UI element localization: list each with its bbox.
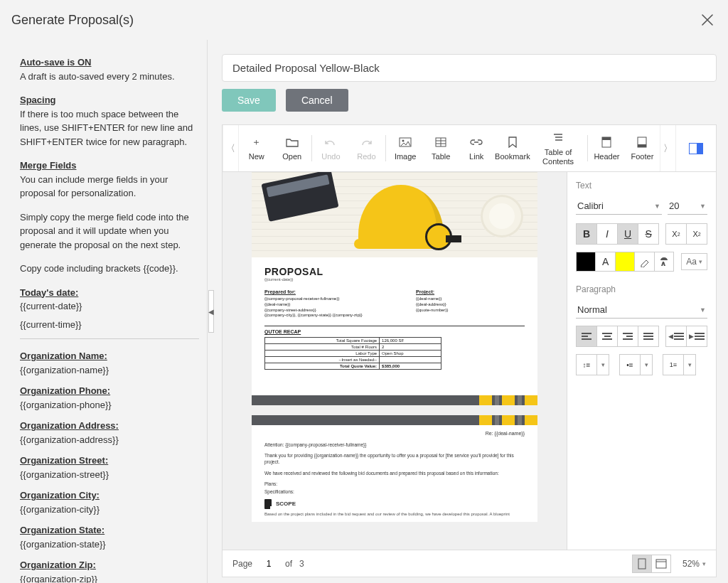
bold-button[interactable]: B xyxy=(576,223,597,245)
mf-label: Organization Street: xyxy=(20,454,199,468)
mf-label: Organization State: xyxy=(20,523,199,537)
mf-label: Organization Phone: xyxy=(20,384,199,398)
svg-rect-6 xyxy=(638,144,646,147)
collapse-sidebar-handle[interactable]: ◀ xyxy=(208,290,214,333)
svg-rect-7 xyxy=(638,559,646,569)
line-spacing-menu[interactable]: ▾ xyxy=(596,354,609,375)
toolbar-footer[interactable]: Footer xyxy=(624,125,660,171)
header-image xyxy=(252,172,537,257)
paragraph-section-title: Paragraph xyxy=(576,284,707,294)
image-icon xyxy=(399,135,412,149)
page-of: of xyxy=(285,559,292,569)
highlight-color-button[interactable] xyxy=(615,252,635,272)
help-sidebar: Auto-save is ON A draft is auto-saved ev… xyxy=(0,40,208,583)
align-center-button[interactable] xyxy=(596,326,618,347)
footer-icon xyxy=(637,135,647,149)
toolbar-link[interactable]: Link xyxy=(459,125,494,171)
italic-button[interactable]: I xyxy=(596,223,618,245)
inspector-panel: Text Calibri▼ 20▼ B I U S xyxy=(567,172,716,550)
folder-icon xyxy=(286,135,299,149)
toolbar-new[interactable]: ＋ New xyxy=(239,125,274,171)
superscript-button[interactable]: X2 xyxy=(665,223,687,245)
undo-icon xyxy=(324,135,337,149)
save-button[interactable]: Save xyxy=(222,89,276,112)
mf-code: {{organization-phone}} xyxy=(20,398,199,412)
toolbar-scroll-right[interactable]: 〉 xyxy=(660,125,676,171)
decrease-indent-button[interactable]: ◀ xyxy=(665,326,687,347)
toolbar-redo[interactable]: Redo xyxy=(348,125,384,171)
text-section-title: Text xyxy=(576,181,707,191)
numbered-list-button[interactable]: 1≡ xyxy=(663,354,684,375)
page-total: 3 xyxy=(299,559,304,569)
mergefields-text-3: Copy code including brackets {{code}}. xyxy=(20,262,199,276)
page-label: Page xyxy=(232,559,252,569)
toolbar-toc[interactable]: Table of Contents xyxy=(531,125,586,171)
doc-date: {{current-date}} xyxy=(264,277,525,282)
underline-button[interactable]: U xyxy=(617,223,638,245)
toolbar-scroll-left[interactable]: 〈 xyxy=(223,125,239,171)
font-color-button[interactable] xyxy=(576,252,596,272)
align-justify-button[interactable] xyxy=(638,326,659,347)
align-right-button[interactable] xyxy=(617,326,638,347)
autosave-heading: Auto-save is ON xyxy=(20,57,91,68)
cancel-button[interactable]: Cancel xyxy=(286,89,348,112)
toolbar-open[interactable]: Open xyxy=(274,125,310,171)
svg-rect-8 xyxy=(656,560,666,568)
clear-highlight-button[interactable] xyxy=(634,252,654,272)
close-button[interactable] xyxy=(698,11,717,29)
plus-icon: ＋ xyxy=(252,135,261,149)
bookmark-icon xyxy=(508,135,517,149)
subscript-button[interactable]: X2 xyxy=(686,223,707,245)
font-family-select[interactable]: Calibri▼ xyxy=(576,198,662,215)
mf-label: Organization Address: xyxy=(20,419,199,433)
spacing-heading: Spacing xyxy=(20,95,56,105)
document-canvas[interactable]: PROPOSAL {{current-date}} Prepared for: … xyxy=(223,172,567,550)
mf-label: Organization City: xyxy=(20,488,199,503)
numbered-list-menu[interactable]: ▾ xyxy=(683,354,696,375)
mergefields-text-2: Simply copy the merge field code into th… xyxy=(20,210,199,252)
font-color-clear-button[interactable]: A xyxy=(595,252,615,272)
svg-point-1 xyxy=(402,140,405,142)
autosave-text: A draft is auto-saved every 2 minutes. xyxy=(20,71,175,82)
page-number-input[interactable] xyxy=(259,558,278,569)
toolbar-bookmark[interactable]: Bookmark xyxy=(494,125,530,171)
view-mode-web-button[interactable] xyxy=(651,555,671,573)
mergefields-heading: Merge Fields xyxy=(20,160,76,171)
change-case-button[interactable]: Aa▾ xyxy=(681,253,707,270)
align-left-button[interactable] xyxy=(576,326,597,347)
toolbar-table[interactable]: Table xyxy=(423,125,459,171)
mf-label: Organization Zip: xyxy=(20,558,199,572)
view-mode-page-button[interactable] xyxy=(632,555,652,573)
mf-code: {{organization-street}} xyxy=(20,468,199,482)
zoom-control[interactable]: 52%▾ xyxy=(682,559,706,569)
mf-code: {{organization-city}} xyxy=(20,503,199,517)
toc-icon xyxy=(552,131,564,145)
toolbar-image[interactable]: Image xyxy=(387,125,423,171)
header-icon xyxy=(601,135,611,149)
bullet-list-menu[interactable]: ▾ xyxy=(640,354,653,375)
mergefields-text-1: You can include merge fields in your pro… xyxy=(20,174,168,199)
proposal-name-input[interactable] xyxy=(222,54,717,82)
building-icon xyxy=(264,499,272,509)
splitter[interactable]: ◀ xyxy=(208,40,215,583)
line-spacing-button[interactable]: ↕≡ xyxy=(576,354,597,375)
side-panel-toggle[interactable] xyxy=(689,143,703,154)
mf-code: {{organization-address}} xyxy=(20,433,199,447)
table-icon xyxy=(435,135,446,149)
paragraph-style-select[interactable]: Normal▼ xyxy=(576,301,707,319)
mf-code: {{organization-zip}} xyxy=(20,572,199,584)
toolbar-header[interactable]: Header xyxy=(589,125,624,171)
recap-table: Total Square Footage126,000 SF Total # F… xyxy=(264,337,441,370)
svg-rect-4 xyxy=(602,137,611,140)
modal-title: Generate Proposal(s) xyxy=(11,13,134,28)
format-painter-button[interactable] xyxy=(654,252,674,272)
mf-code: {{organization-name}} xyxy=(20,363,199,378)
bullet-list-button[interactable]: •≡ xyxy=(619,354,641,375)
spacing-text: If there is too much space between the l… xyxy=(20,109,193,147)
font-size-select[interactable]: 20▼ xyxy=(668,198,707,215)
toolbar-undo[interactable]: Undo xyxy=(313,125,348,171)
code-current-date: {{current-date}} xyxy=(20,299,199,314)
strikethrough-button[interactable]: S xyxy=(638,223,659,245)
mf-label: Organization Name: xyxy=(20,349,199,363)
increase-indent-button[interactable]: ▶ xyxy=(686,326,707,347)
